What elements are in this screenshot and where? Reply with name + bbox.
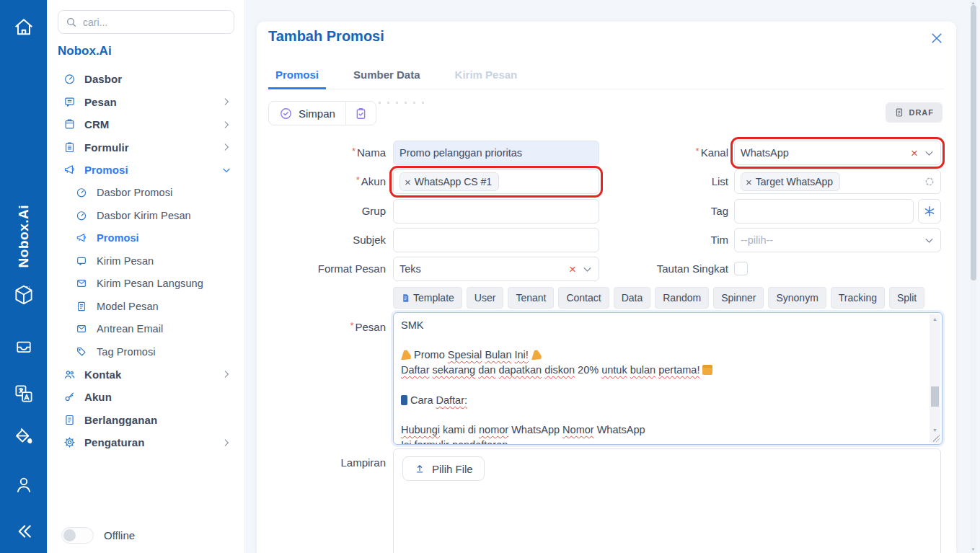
- token-data-button[interactable]: Data: [614, 287, 651, 309]
- sidebar-item-promosi-sub[interactable]: Promosi: [47, 227, 244, 250]
- offline-toggle[interactable]: [61, 527, 94, 544]
- resize-handle[interactable]: [932, 435, 940, 442]
- tag-field[interactable]: [734, 199, 914, 224]
- token-split-button[interactable]: Split: [889, 287, 924, 309]
- label-list: List: [584, 169, 728, 194]
- close-icon[interactable]: [929, 30, 945, 46]
- subjek-field[interactable]: [393, 228, 599, 252]
- clipboard-icon: [63, 118, 76, 131]
- sidebar-item-dasbor[interactable]: Dasbor: [47, 68, 244, 91]
- sidebar-item-formulir[interactable]: Formulir: [47, 136, 244, 159]
- sidebar-item-akun[interactable]: Akun: [47, 386, 244, 409]
- token-template-button[interactable]: Template: [393, 287, 462, 309]
- users-icon: [63, 368, 76, 381]
- token-tenant-button[interactable]: Tenant: [508, 287, 554, 309]
- home-icon[interactable]: [0, 16, 47, 39]
- label-format-pesan: Format Pesan: [257, 257, 386, 281]
- sidebar-item-kirim-pesan-langsung[interactable]: Kirim Pesan Langsung: [47, 273, 244, 296]
- tab-kirim-pesan[interactable]: Kirim Pesan: [448, 63, 525, 89]
- pilih-file-button[interactable]: Pilih File: [402, 456, 485, 481]
- pesan-scroll-thumb[interactable]: [931, 386, 939, 407]
- list-chip[interactable]: ×Target WhatsApp: [741, 172, 840, 191]
- scroll-down-icon[interactable]: ▼: [930, 425, 940, 434]
- paint-bucket-icon[interactable]: [0, 427, 47, 448]
- label-kanal: *Kanal: [584, 141, 728, 165]
- token-synonym-button[interactable]: Synonym: [768, 287, 826, 309]
- sidebar-brand: Nobox.Ai: [58, 44, 112, 58]
- box-logo-icon[interactable]: [0, 283, 47, 307]
- sidebar-item-antrean-email[interactable]: Antrean Email: [47, 318, 244, 341]
- token-user-button[interactable]: User: [467, 287, 504, 309]
- sidebar-item-berlangganan[interactable]: Berlangganan: [47, 409, 244, 432]
- tag-asterisk-button[interactable]: [918, 199, 941, 224]
- inbox-icon[interactable]: [0, 337, 47, 357]
- pesan-scrollbar[interactable]: ▲ ▼: [930, 314, 940, 443]
- sidebar: Nobox.Ai Dasbor Pesan CRM Formulir: [47, 0, 245, 553]
- nama-field[interactable]: [393, 141, 599, 165]
- sidebar-item-promosi[interactable]: Promosi: [47, 159, 244, 182]
- draft-button[interactable]: DRAF: [886, 102, 943, 123]
- token-tracking-button[interactable]: Tracking: [831, 287, 885, 309]
- clear-icon[interactable]: ×: [911, 147, 918, 159]
- megaphone-icon: [76, 231, 89, 244]
- gauge-icon: [76, 186, 89, 199]
- sidebar-item-pesan[interactable]: Pesan: [47, 91, 244, 114]
- chevron-down-icon[interactable]: [924, 148, 935, 159]
- token-spinner-button[interactable]: Spinner: [713, 287, 764, 309]
- scroll-up-icon[interactable]: ▲: [930, 314, 940, 323]
- tautan-singkat-checkbox[interactable]: [734, 262, 748, 275]
- subjek-input[interactable]: [399, 234, 593, 246]
- nama-input[interactable]: [399, 147, 593, 159]
- akun-field[interactable]: ×WhatsApp CS #1: [393, 169, 599, 194]
- search-input[interactable]: [83, 17, 226, 28]
- token-contact-button[interactable]: Contact: [558, 287, 609, 309]
- akun-chip[interactable]: ×WhatsApp CS #1: [399, 172, 499, 191]
- sidebar-item-dasbor-promosi[interactable]: Dasbor Promosi: [47, 182, 244, 205]
- scroll-down-icon[interactable]: ▼: [970, 547, 976, 552]
- sidebar-item-kirim-pesan[interactable]: Kirim Pesan: [47, 249, 244, 273]
- sidebar-item-dasbor-kirim-pesan[interactable]: Dasbor Kirim Pesan: [47, 204, 244, 227]
- token-random-button[interactable]: Random: [655, 287, 709, 309]
- pesan-textarea[interactable]: SMK Promo Spesial Bulan Ini! Daftar seka…: [393, 312, 943, 445]
- chevron-right-icon: [221, 369, 231, 379]
- grup-input[interactable]: [399, 205, 593, 217]
- collapse-icon[interactable]: [0, 521, 47, 542]
- template-doc-icon: [401, 293, 410, 303]
- kanal-select[interactable]: WhatsApp ×: [734, 141, 941, 165]
- sidebar-item-pengaturan[interactable]: Pengaturan: [47, 431, 244, 454]
- chip-remove-icon[interactable]: ×: [746, 176, 752, 188]
- format-pesan-select[interactable]: Teks ×: [393, 257, 599, 281]
- list-field[interactable]: ×Target WhatsApp: [734, 169, 941, 194]
- chevron-down-icon[interactable]: [924, 235, 935, 246]
- tag-input[interactable]: [741, 205, 907, 217]
- lampiran-dropzone[interactable]: Pilih File: [393, 448, 941, 553]
- loading-spinner-icon: [924, 177, 935, 187]
- label-nama: *Nama: [257, 141, 386, 165]
- sidebar-item-kontak[interactable]: Kontak: [47, 363, 244, 386]
- document-icon: [76, 300, 89, 313]
- grup-field[interactable]: [393, 199, 599, 224]
- page-scroll-thumb[interactable]: [971, 5, 976, 280]
- person-icon[interactable]: [0, 474, 47, 495]
- save-button[interactable]: Simpan: [269, 102, 345, 125]
- tab-sumber-data[interactable]: Sumber Data: [346, 63, 428, 89]
- sidebar-item-crm[interactable]: CRM: [47, 113, 244, 136]
- envelope-icon: [76, 277, 89, 290]
- tim-select[interactable]: --pilih--: [734, 228, 941, 252]
- sidebar-nav: Dasbor Pesan CRM Formulir Promosi: [47, 68, 244, 454]
- phone-emoji: [401, 395, 407, 405]
- chat-icon: [76, 255, 89, 267]
- token-button-row: Template User Tenant Contact Data Random…: [393, 287, 924, 309]
- chevron-right-icon: [221, 142, 231, 152]
- sidebar-item-model-pesan[interactable]: Model Pesan: [47, 295, 244, 318]
- page-scrollbar[interactable]: ▲ ▼: [970, 0, 976, 553]
- clear-icon[interactable]: ×: [569, 263, 576, 275]
- sidebar-item-tag-promosi[interactable]: Tag Promosi: [47, 340, 244, 363]
- label-pesan: *Pesan: [257, 315, 386, 340]
- translate-icon[interactable]: [0, 383, 47, 404]
- chevron-right-icon: [221, 97, 231, 107]
- tab-promosi[interactable]: Promosi: [268, 63, 326, 89]
- chip-remove-icon[interactable]: ×: [405, 176, 411, 188]
- save-template-button[interactable]: [345, 102, 376, 125]
- search-box[interactable]: [58, 10, 234, 34]
